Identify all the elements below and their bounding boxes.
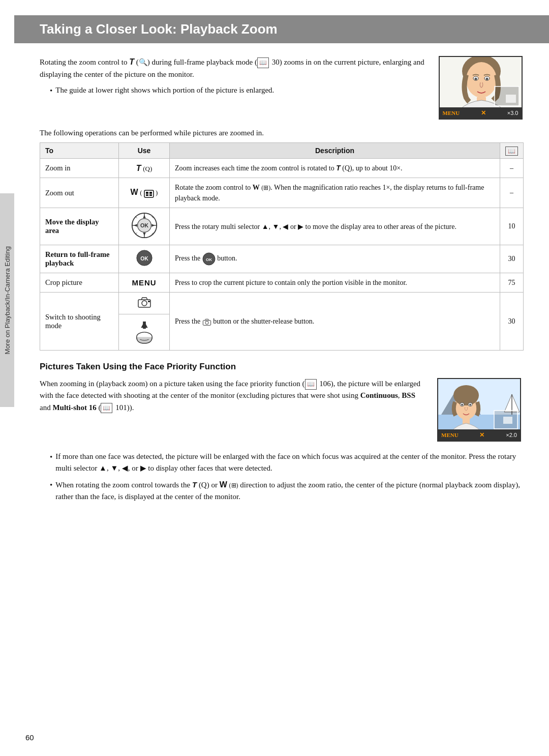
row-ref-return: 30: [500, 245, 524, 273]
svg-point-5: [474, 78, 477, 80]
row-ref-move: 10: [500, 208, 524, 245]
face-image: MENU ✕ ×2.0: [437, 378, 524, 442]
continuous-label: Continuous: [360, 391, 398, 399]
bullet-zoom-text: When rotating the zoom control towards t…: [55, 479, 524, 503]
svg-marker-25: [143, 232, 145, 236]
row-use-return: OK: [119, 245, 170, 273]
row-desc-zoom-in: Zoom increases each time the zoom contro…: [170, 159, 500, 178]
row-desc-move: Press the rotary multi selector ▲, ▼, ◀ …: [170, 208, 500, 245]
ref-box: 📖: [257, 57, 269, 68]
face-text-block: When zooming in (playback zoom) on a pic…: [40, 378, 427, 442]
page-title: Taking a Closer Look: Playback Zoom: [40, 21, 524, 37]
move-label: Move the display area: [45, 218, 99, 235]
bullet-face-text: If more than one face was detected, the …: [55, 451, 524, 474]
row-to-zoom-out: Zoom out: [40, 178, 119, 208]
th-to: To: [40, 143, 119, 159]
camera-bottom-bar-2: MENU ✕ ×2.0: [438, 429, 520, 441]
row-desc-crop: Press to crop the current picture to con…: [170, 273, 500, 293]
svg-rect-56: [503, 417, 512, 424]
row-desc-return: Press the OK button.: [170, 245, 500, 273]
intro-bullet-text: The guide at lower right shows which por…: [55, 84, 274, 97]
svg-marker-24: [143, 215, 145, 218]
svg-rect-9: [506, 95, 516, 103]
intro-bullet: • The guide at lower right shows which p…: [50, 84, 427, 97]
row-use-shutter: [119, 314, 170, 351]
svg-text:OK: OK: [140, 256, 148, 261]
return-label: Return to full-frame playback: [45, 250, 109, 267]
th-ref: 📖: [500, 143, 524, 159]
camera-display-1: MENU ✕ ×3.0: [439, 56, 523, 120]
table-row: Crop picture MENU Press to crop the curr…: [40, 273, 524, 293]
face-paragraph: When zooming in (playback zoom) on a pic…: [40, 378, 427, 414]
table-row: Return to full-frame playback OK Press t…: [40, 245, 524, 273]
face-section: When zooming in (playback zoom) on a pic…: [40, 378, 524, 442]
row-use-camera: [119, 293, 170, 314]
q-icon: (Q): [143, 165, 152, 172]
zoom-text-2: ×2.0: [506, 432, 517, 438]
row-to-move: Move the display area: [40, 208, 119, 245]
menu-icon-2: MENU: [441, 432, 459, 438]
ok-button-icon: OK: [136, 249, 153, 267]
t-icon: T: [129, 57, 134, 66]
row-desc-switch: Press the button or the shutter-release …: [170, 293, 500, 351]
x-icon-2: ✕: [479, 431, 484, 439]
svg-marker-27: [151, 224, 155, 226]
svg-rect-40: [143, 322, 146, 329]
row-use-crop: MENU: [119, 273, 170, 293]
svg-point-6: [485, 78, 488, 80]
table-row: Switch to shooting mode Press the: [40, 293, 524, 314]
row-ref-crop: 75: [500, 273, 524, 293]
svg-point-49: [453, 385, 479, 405]
sidebar-label: More on Playback/In-Camera Editing: [4, 246, 11, 354]
w-bold-inline-2: W: [220, 480, 227, 489]
svg-text:OK: OK: [140, 222, 148, 228]
bullet-dot-2: •: [50, 451, 52, 474]
ref-box-2: 📖: [305, 379, 317, 390]
svg-rect-10: [144, 190, 154, 197]
intro-paragraph: Rotating the zoom control to T (🔍) durin…: [40, 56, 427, 80]
multishot-label: Multi-shot 16: [52, 403, 96, 412]
shutter-icon: [134, 318, 155, 344]
table-row: Zoom in T (Q) Zoom increases each time t…: [40, 159, 524, 178]
camera-inline-icon: [202, 318, 211, 326]
menu-label: MENU: [132, 278, 156, 287]
row-ref-zoom-in: –: [500, 159, 524, 178]
row-desc-zoom-out: Rotate the zoom control to W (⊞). When t…: [170, 178, 500, 208]
x-icon-1: ✕: [481, 109, 486, 117]
w-label: W: [131, 188, 138, 196]
face-illustration-2: [438, 379, 521, 431]
row-use-move: OK: [119, 208, 170, 245]
table-row: Zoom out W ( ): [40, 178, 524, 208]
th-desc: Description: [170, 143, 500, 159]
camera-bottom-bar-1: MENU ✕ ×3.0: [440, 107, 522, 119]
operations-table: To Use Description 📖 Zoom in T (Q): [40, 142, 524, 351]
camera-display-2: MENU ✕ ×2.0: [437, 378, 521, 442]
svg-point-2: [466, 62, 497, 98]
row-to-zoom-in: Zoom in: [40, 159, 119, 178]
row-ref-switch: 30: [500, 293, 524, 351]
svg-rect-11: [146, 192, 148, 194]
zoom-text-1: ×3.0: [507, 110, 518, 116]
face-section-heading: Pictures Taken Using the Face Priority F…: [40, 362, 524, 372]
row-use-zoom-out: W ( ): [119, 178, 170, 208]
svg-text:OK: OK: [206, 257, 212, 262]
th-use: Use: [119, 143, 170, 159]
row-to-crop: Crop picture: [40, 273, 119, 293]
bullet-zoom-direction: • When rotating the zoom control towards…: [50, 479, 524, 503]
bullet-dot: •: [50, 85, 52, 97]
intro-text-block: Rotating the zoom control to T (🔍) durin…: [40, 56, 427, 120]
w-bold-inline: W: [253, 184, 260, 191]
svg-rect-36: [148, 301, 150, 302]
page: More on Playback/In-Camera Editing Takin…: [0, 0, 549, 756]
camera-icon: [137, 297, 151, 308]
bottom-bullets: • If more than one face was detected, th…: [40, 451, 524, 503]
row-to-return: Return to full-frame playback: [40, 245, 119, 273]
page-number: 60: [25, 733, 34, 742]
bullet-dot-3: •: [50, 479, 52, 503]
svg-point-52: [461, 404, 463, 406]
title-bar: Taking a Closer Look: Playback Zoom: [14, 15, 549, 43]
ref-box-3: 📖: [101, 403, 112, 414]
row-use-zoom-in: T (Q): [119, 159, 170, 178]
row-to-switch: Switch to shooting mode: [40, 293, 119, 351]
rotary-selector-icon: OK: [131, 212, 158, 239]
